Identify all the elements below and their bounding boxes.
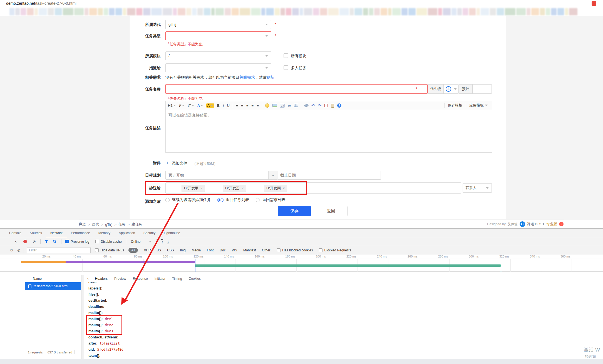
timeline-overview[interactable]	[0, 259, 603, 272]
filter-type-media[interactable]: Media	[192, 248, 201, 252]
emoticon-icon[interactable]	[265, 103, 269, 108]
record-icon[interactable]	[23, 240, 27, 243]
bold-icon[interactable]: B	[217, 103, 220, 108]
estimate-input[interactable]	[473, 84, 492, 94]
radio-selected-icon[interactable]	[217, 198, 224, 202]
detail-tab-preview[interactable]: Preview	[111, 275, 130, 282]
filter-input[interactable]	[27, 247, 91, 253]
bookmark-item[interactable]	[173, 8, 177, 15]
bookmark-item[interactable]	[557, 8, 564, 15]
bookmark-item[interactable]	[369, 8, 373, 15]
all-modules-checkbox[interactable]	[284, 53, 288, 58]
mailto-tag[interactable]: D:开发甲×	[182, 185, 205, 192]
devtools-tab-application[interactable]: Application	[115, 229, 139, 237]
ordered-list-icon[interactable]: ≡	[252, 103, 254, 108]
est-start-input[interactable]	[165, 171, 268, 180]
bookmark-item[interactable]	[74, 8, 84, 15]
mailto-tags-field[interactable]: D:开发甲×D:开发乙×D:开发丙×	[165, 182, 461, 194]
bookmark-item[interactable]	[55, 8, 62, 15]
align-right-icon[interactable]: ≡	[246, 103, 249, 108]
table-icon[interactable]	[294, 104, 298, 107]
italic-icon[interactable]: I	[223, 103, 224, 108]
bookmark-item[interactable]	[451, 8, 456, 15]
bookmark-item[interactable]	[34, 8, 38, 15]
disable-cache-checkbox[interactable]	[95, 240, 99, 243]
bookmark-item[interactable]	[463, 8, 468, 15]
preserve-log-checkbox[interactable]: ✓	[65, 240, 69, 243]
bookmark-item[interactable]	[551, 8, 557, 15]
remove-tag-icon[interactable]: ×	[242, 186, 244, 190]
mailto-tag[interactable]: D:开发乙×	[223, 185, 246, 192]
devtools-tab-lighthouse[interactable]: Lighthouse	[160, 229, 184, 237]
bookmark-item[interactable]	[63, 8, 73, 15]
filter-type-manifest[interactable]: Manifest	[243, 248, 256, 252]
detail-tab-headers[interactable]: Headers	[92, 275, 111, 282]
bookmark-item[interactable]	[215, 8, 224, 15]
filter-type-css[interactable]: CSS	[167, 248, 174, 252]
bookmark-item[interactable]	[313, 8, 319, 15]
bookmark-item[interactable]	[477, 8, 480, 15]
bookmark-item[interactable]	[443, 8, 451, 15]
bookmark-item[interactable]	[232, 8, 239, 15]
redo-icon[interactable]: ↷	[318, 103, 322, 108]
bookmark-item[interactable]	[363, 8, 368, 15]
bookmark-item[interactable]	[381, 8, 387, 15]
panel-divider[interactable]	[81, 275, 84, 364]
back-button[interactable]: 返回	[315, 206, 348, 216]
image-icon[interactable]	[272, 104, 277, 107]
bookmark-item[interactable]	[143, 8, 150, 15]
deadline-input[interactable]	[277, 171, 381, 180]
bookmark-item[interactable]	[89, 8, 97, 15]
search-icon[interactable]	[53, 240, 57, 244]
bookmark-item[interactable]	[505, 8, 515, 15]
eraser-icon[interactable]	[304, 104, 308, 107]
bookmark-item[interactable]	[48, 8, 54, 15]
bookmark-item[interactable]	[136, 8, 142, 15]
bookmark-item[interactable]	[350, 8, 354, 15]
code-icon[interactable]: C#	[280, 104, 285, 108]
bookmark-item[interactable]	[251, 8, 260, 15]
undo-icon[interactable]: ↶	[311, 103, 315, 108]
browser-url-bar[interactable]: demo.zentao.net/task-create-27-0-0.html	[0, 0, 603, 7]
chevron-down-icon[interactable]	[149, 241, 151, 242]
highlight-color-icon[interactable]: A	[206, 103, 214, 108]
close-detail-icon[interactable]: ×	[84, 276, 92, 281]
unordered-list-icon[interactable]: ≡	[257, 103, 259, 108]
bookmark-item[interactable]	[261, 8, 265, 15]
bookmark-item[interactable]	[565, 8, 568, 15]
close-icon[interactable]: ×	[14, 239, 17, 244]
breadcrumb-item[interactable]: 任务	[118, 222, 126, 227]
bookmark-item[interactable]	[527, 8, 530, 15]
bookmark-item[interactable]	[438, 8, 442, 15]
edition-link[interactable]: 专业版	[546, 222, 557, 227]
bookmark-item[interactable]	[104, 8, 108, 15]
has-blocked-cookies-checkbox[interactable]	[277, 248, 281, 252]
devtools-tab-security[interactable]: Security	[139, 229, 160, 237]
bookmark-item[interactable]	[546, 8, 550, 15]
bookmark-item[interactable]	[281, 8, 285, 15]
upgrade-badge-icon[interactable]: ↑	[559, 222, 564, 226]
export-har-icon[interactable]: ↓	[167, 239, 169, 244]
breadcrumb-item[interactable]: 禅道	[79, 222, 86, 227]
breadcrumb-item[interactable]: 迭代	[92, 222, 99, 227]
save-template-button[interactable]: 保存模板	[444, 103, 466, 108]
priority-select[interactable]: 3	[444, 84, 459, 94]
filter-type-other[interactable]: Other	[262, 248, 270, 252]
multi-task-checkbox[interactable]	[284, 65, 288, 70]
browser-extension-icon[interactable]	[592, 1, 596, 6]
bookmark-item[interactable]	[516, 8, 526, 15]
bookmark-item[interactable]	[163, 8, 172, 15]
filter-type-ws[interactable]: WS	[232, 248, 237, 252]
font-size-icon[interactable]: tT	[188, 103, 194, 108]
bookmark-item[interactable]	[428, 8, 437, 15]
bookmark-item[interactable]	[531, 8, 539, 15]
bookmark-item[interactable]	[197, 8, 203, 15]
help-icon[interactable]: ?	[337, 103, 341, 108]
bookmark-item[interactable]	[328, 8, 339, 15]
block-icon[interactable]: ⊘	[17, 248, 21, 252]
url-text[interactable]: demo.zentao.net/task-create-27-0-0.html	[6, 1, 76, 6]
bookmark-item[interactable]	[240, 8, 250, 15]
apply-template-button[interactable]: 应用模板	[466, 103, 491, 108]
devtools-tab-network[interactable]: Network	[46, 229, 67, 237]
bookmark-item[interactable]	[211, 8, 215, 15]
